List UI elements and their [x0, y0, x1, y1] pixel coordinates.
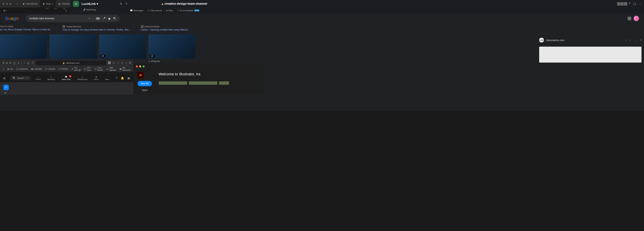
minimize-window[interactable] [139, 66, 141, 68]
zoom-nav: ⌂Home ▢Meetings 💬5Team Chat ▢Whiteboards… [36, 76, 109, 80]
zoom-logo-icon[interactable]: ◐ [3, 76, 6, 80]
nav-more[interactable]: ⋯More [105, 76, 109, 80]
result-title: Python - Opening multiple tabs using Sel… [141, 28, 190, 31]
new-tab-icon[interactable]: + [126, 62, 127, 64]
bookmark-portfolio[interactable]: ● Portfolio [59, 68, 68, 70]
filter-icon[interactable]: ⇅ [4, 92, 6, 94]
image-result[interactable]: GIF [148, 34, 196, 59]
headphones-icon[interactable]: 🎧 [633, 2, 636, 5]
help-icon[interactable]: ? [116, 76, 118, 80]
nav-docs[interactable]: ▤Docs [94, 76, 98, 80]
result-item[interactable]: Vivaldi Browser How to manage too many b… [62, 25, 131, 31]
voice-search-icon[interactable]: 🎤 [102, 17, 106, 20]
zoom-search[interactable]: 🔍 Search ⌘F [11, 76, 31, 80]
tab-blog[interactable]: ◧ Blog × [40, 0, 56, 8]
bookmark-calendar[interactable]: ▦ Calendar [31, 68, 42, 70]
result-item[interactable]: GeeksforGeeks Python - Opening multiple … [141, 25, 190, 31]
minimize-window[interactable] [6, 62, 8, 64]
try-template-button[interactable]: + Try a template NEW [177, 9, 200, 12]
image-result[interactable] [50, 34, 96, 59]
forward-icon[interactable]: › [24, 62, 25, 64]
home-button[interactable]: ⌂ [14, 2, 20, 5]
image-caption: ◫ Wikipedia [148, 60, 196, 62]
close-tab-icon[interactable]: × [52, 2, 53, 5]
thumbnail[interactable] [159, 81, 187, 85]
google-logo[interactable]: Google [5, 16, 19, 21]
reload-icon[interactable]: ↻ [113, 62, 115, 64]
filter-icon[interactable]: ⇅ [120, 2, 122, 5]
member-avatars[interactable]: 4 [618, 2, 630, 6]
url-bar[interactable]: skillshare.com [36, 60, 106, 65]
add-canvas-button[interactable]: ▢ Add canvas [148, 9, 162, 12]
side-panel-preview[interactable] [539, 47, 642, 62]
open-button[interactable]: Open [138, 89, 152, 92]
apps-icon[interactable] [628, 17, 631, 20]
search-input[interactable] [29, 17, 89, 20]
bookmark-jira[interactable]: ◆ Jira [8, 68, 13, 70]
next-icon[interactable]: › [630, 38, 630, 42]
translate-icon[interactable]: 🅰 [108, 62, 111, 64]
result-item[interactable]: How-To Geek an You Move Multiple Chrome … [0, 25, 52, 31]
close-window[interactable] [2, 3, 4, 5]
tab-new-blocks[interactable]: ◧ New Blocks [20, 0, 40, 8]
channel-name[interactable]: creative-design-team-channel [161, 2, 207, 6]
bookmark-pdr[interactable]: ◎ ПДР України [106, 66, 116, 71]
share-icon[interactable]: ⇪ [121, 62, 124, 64]
bookmark-gpt[interactable]: ◫ GPT chat [84, 66, 91, 71]
sidebar-toggle-icon[interactable]: ◫ [65, 10, 67, 12]
window-controls [133, 64, 264, 70]
close-window[interactable] [2, 62, 4, 64]
nav-meetings[interactable]: ▢Meetings [47, 76, 55, 80]
apps-icon[interactable]: ⠿ [2, 68, 4, 70]
workspace-name[interactable]: LucidLink ▾ [82, 2, 98, 6]
side-panel-title[interactable]: listcontents.com [546, 39, 623, 42]
calendar-icon[interactable]: ▦ [128, 76, 130, 80]
dropdown-icon[interactable]: ▾ [18, 62, 19, 64]
thumbnail[interactable] [189, 81, 217, 85]
nav-team-chat[interactable]: 💬5Team Chat [62, 76, 70, 80]
maximize-window[interactable] [9, 3, 11, 5]
more-icon[interactable]: ⋯ [639, 2, 642, 5]
tabs-icon[interactable]: ⧉ [129, 62, 131, 64]
maximize-window[interactable] [142, 66, 144, 68]
bookmark-icon[interactable]: ☆ [117, 62, 119, 64]
slack-window: ∞ LucidLink ▾ ⇅ ✎ creative-design-team-c… [70, 0, 644, 14]
bookmark-linkedin[interactable]: in LinkedIn [46, 68, 56, 70]
shield-icon[interactable]: ◎ [27, 62, 29, 64]
back-icon[interactable]: ‹ [21, 62, 22, 64]
nav-whiteboards[interactable]: ▢Whiteboards [77, 76, 88, 80]
sidebar-icon[interactable]: ◫ [13, 62, 16, 64]
image-result[interactable]: GIF [99, 34, 146, 59]
close-window[interactable] [136, 66, 138, 68]
bookmark-fullpath[interactable]: ◎ Full path.gif [72, 66, 81, 71]
search-box[interactable]: × | ⌨ 🎤 ◉ 🔍 [26, 15, 120, 22]
more-icon[interactable]: ⋮ [634, 38, 636, 42]
keyboard-icon[interactable]: ⌨ [96, 17, 100, 20]
clear-icon[interactable]: × [88, 17, 90, 20]
search-icon[interactable]: 🔍 [113, 17, 116, 20]
lens-icon[interactable]: ◉ [108, 17, 110, 20]
new-button[interactable]: + [3, 85, 9, 90]
bookmark-qr[interactable]: ▦ QR denerator [120, 66, 131, 71]
minimize-window[interactable] [6, 3, 8, 5]
compose-icon[interactable]: ✎ [126, 2, 128, 5]
close-icon[interactable]: × [640, 38, 642, 42]
workspace-icon[interactable]: ∞ [73, 1, 79, 7]
image-result[interactable] [0, 34, 47, 59]
messages-tab[interactable]: 💬 Messages [130, 9, 144, 12]
page-menu-icon[interactable]: ▦ ▾ [3, 10, 7, 12]
bell-icon[interactable]: 🔔 [121, 76, 124, 80]
new-file-button[interactable]: New file [138, 81, 152, 86]
prev-icon[interactable]: ‹ [626, 38, 626, 42]
ruler-mark: -200 [62, 8, 66, 10]
maximize-window[interactable] [9, 62, 11, 64]
slack-header-right: 4 🎧 ⋯ [618, 2, 642, 6]
files-tab[interactable]: ⧉ Files [166, 9, 173, 12]
history-icon[interactable]: ⏱ [31, 62, 34, 64]
profile-avatar[interactable] [634, 16, 639, 21]
thumbnail[interactable] [219, 81, 229, 85]
bookmark-train[interactable]: ◫ Train tickets [94, 66, 103, 71]
bookmark-facebook[interactable]: ◫ Facebook [16, 68, 28, 70]
channel-section[interactable]: 🚀 Marketing [83, 8, 96, 11]
nav-home[interactable]: ⌂Home [36, 76, 40, 80]
